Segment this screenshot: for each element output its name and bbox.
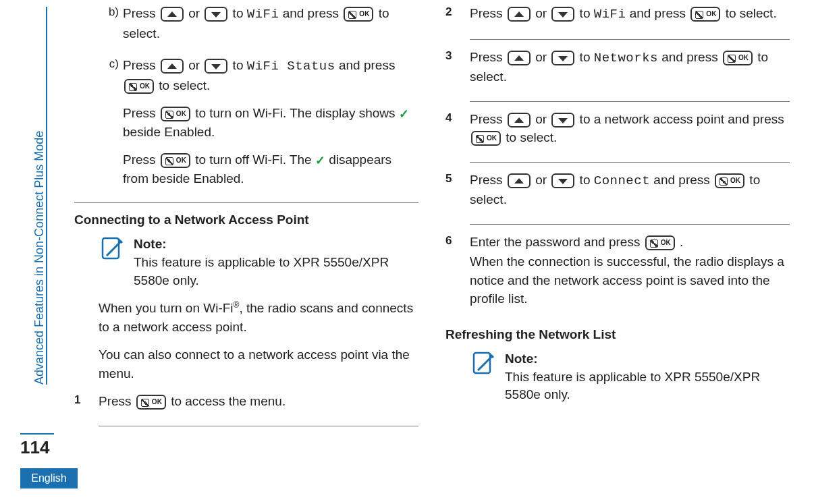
text: Press [123,6,159,20]
ok-button-icon [344,7,373,22]
step-body: Press to access the menu. [99,392,418,420]
ok-button-icon [723,51,753,65]
up-button-icon [508,7,531,22]
down-button-icon [551,51,574,65]
down-button-icon [205,7,227,22]
heading-connecting: Connecting to a Network Access Point [74,213,418,227]
text: Press [470,173,506,187]
substep-label: c) [99,56,123,197]
down-button-icon [205,59,227,74]
up-button-icon [161,7,184,22]
separator [74,202,418,203]
manual-page: Advanced Features in Non-Connect Plus Mo… [0,0,814,504]
text: beside Enabled. [123,125,215,139]
svg-rect-0 [103,238,119,258]
text: or [535,6,550,20]
separator [470,224,790,225]
text: to [233,58,247,72]
text: to select. [726,6,777,20]
separator [99,426,418,426]
text: to access the menu. [171,394,286,408]
text: Press [470,50,506,64]
text: and press [339,58,395,72]
text: or [188,6,203,20]
menu-item-connect: Connect [594,173,650,188]
substep-label: b) [99,4,123,52]
text: and press [653,173,713,187]
step-5: 5 Press or to Connect and press to selec… [445,171,790,219]
substep-b: b) Press or to WiFi and press to select. [99,4,418,52]
text: When the connection is successful, the r… [470,252,790,308]
step-3: 3 Press or to Networks and press to sele… [445,48,790,96]
note-body: This feature is applicable to XPR 5550e/… [134,255,389,287]
text: to turn off Wi-Fi. The [195,152,315,167]
step-label: 6 [445,233,470,318]
note-block: Note: This feature is applicable to XPR … [99,235,418,289]
up-button-icon [508,173,531,188]
down-button-icon [551,173,574,188]
text: When you turn on Wi-Fi [99,301,234,315]
text: to [580,50,594,64]
step-label: 2 [445,4,470,34]
text: Press [470,6,506,20]
text: . [680,235,683,249]
menu-item-wifi: WiFi [594,7,626,22]
text: to select. [506,130,557,144]
text: to a network access point and press [580,112,784,126]
content-columns: b) Press or to WiFi and press to select. [74,0,803,435]
ok-button-icon [161,153,190,168]
text: Press [123,152,159,167]
text: to turn on Wi-Fi. The display shows [195,106,399,120]
text: and press [630,6,690,20]
up-button-icon [508,113,531,128]
note-icon [470,350,497,377]
menu-item-wifi-status: WiFi Status [247,59,335,74]
up-button-icon [161,59,184,74]
text: to [580,6,594,20]
text: or [535,112,550,126]
step-body: Press or to Networks and press to select… [470,48,790,96]
step-4: 4 Press or to a network access point and… [445,110,790,157]
step-body: Press or to a network access point and p… [470,110,790,157]
step-label: 4 [445,110,470,157]
note-text: Note: This feature is applicable to XPR … [134,235,418,289]
page-number-rule [20,433,54,435]
down-button-icon [551,7,574,22]
text: and press [283,6,343,20]
note-block: Note: This feature is applicable to XPR … [470,350,790,404]
separator [470,162,790,163]
text: or [188,58,203,72]
step-body: Press or to Connect and press to select. [470,171,790,219]
right-column: 2 Press or to WiFi and press to select. [445,4,790,435]
ok-button-icon [471,131,501,146]
ok-button-icon [690,7,720,22]
separator [470,101,790,102]
checkmark-icon: ✓ [315,155,325,167]
note-text: Note: This feature is applicable to XPR … [505,350,790,404]
paragraph: When you turn on Wi-Fi®, the radio scans… [99,299,418,336]
step-body: Enter the password and press . When the … [470,233,790,318]
language-tab: English [20,468,78,488]
text: or [535,50,550,64]
step-6: 6 Enter the password and press . When th… [445,233,790,318]
step-label: 1 [74,392,99,420]
ok-button-icon [161,107,190,121]
separator [470,39,790,40]
step-label: 5 [445,171,470,219]
step-body: Press or to WiFi and press to select. [470,4,790,34]
note-title: Note: [505,352,538,366]
step-2: 2 Press or to WiFi and press to select. [445,4,790,34]
step-1: 1 Press to access the menu. [74,392,418,420]
text: to [580,173,594,187]
ok-button-icon [645,235,675,250]
menu-item-wifi: WiFi [247,7,279,22]
menu-item-networks: Networks [594,51,658,65]
svg-rect-1 [474,353,490,373]
paragraph: You can also connect to a network access… [99,345,418,383]
text: Enter the password and press [470,235,644,249]
text: to select. [159,78,210,92]
up-button-icon [508,51,531,65]
sidebar-section-title: Advanced Features in Non-Connect Plus Mo… [32,13,46,385]
step-label: 3 [445,48,470,96]
heading-refreshing: Refreshing the Network List [445,327,790,342]
